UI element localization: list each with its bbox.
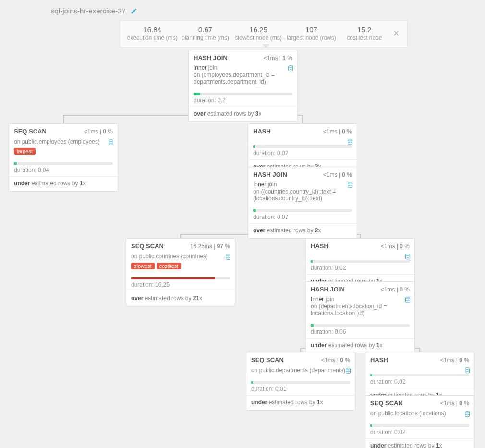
stats-bar: 16.84execution time (ms) 0.67planning ti… — [120, 20, 408, 48]
database-icon[interactable] — [347, 139, 353, 145]
edit-icon[interactable] — [131, 8, 137, 14]
duration-bar — [253, 145, 352, 148]
svg-point-0 — [289, 66, 293, 68]
database-icon[interactable] — [405, 297, 411, 303]
pointer-icon — [262, 44, 270, 48]
node-hash-join-countries[interactable]: HASH JOIN<1ms | 0 % Inner join on ((coun… — [248, 167, 357, 239]
svg-point-8 — [465, 368, 470, 370]
node-seq-scan-locations[interactable]: SEQ SCAN<1ms | 0 % on public.locations (… — [365, 395, 474, 448]
database-icon[interactable] — [345, 368, 351, 375]
node-hash-join-root[interactable]: HASH JOIN<1ms | 1 % Inner join on (emplo… — [188, 50, 298, 122]
close-icon[interactable]: ✕ — [391, 28, 401, 38]
page-title: sql-joins-hr-exercise-27 — [51, 7, 126, 15]
node-seq-scan-countries[interactable]: SEQ SCAN16.25ms | 97 % on public.countri… — [126, 238, 235, 306]
duration-bar — [311, 324, 410, 327]
database-icon[interactable] — [464, 411, 470, 418]
svg-point-6 — [406, 297, 410, 299]
duration-bar — [194, 93, 292, 95]
svg-point-3 — [348, 182, 352, 184]
svg-point-2 — [348, 139, 352, 141]
stat-cost: 15.2costliest node — [338, 25, 391, 41]
stat-plan: 0.67planning time (ms) — [179, 25, 231, 41]
duration-bar — [14, 162, 113, 165]
badge-costliest: costliest — [157, 263, 182, 269]
duration-bar — [370, 424, 469, 427]
duration-bar — [131, 277, 230, 279]
badge-largest: largest — [14, 148, 36, 155]
badge-slowest: slowest — [131, 263, 155, 269]
stat-exec: 16.84execution time (ms) — [126, 25, 179, 41]
svg-point-9 — [465, 412, 470, 413]
duration-bar — [370, 374, 469, 376]
node-seq-scan-departments[interactable]: SEQ SCAN<1ms | 0 % on public.departments… — [246, 352, 355, 411]
svg-point-7 — [346, 368, 351, 370]
node-seq-scan-employees[interactable]: SEQ SCAN<1ms | 0 % on public.employees (… — [9, 123, 118, 192]
duration-bar — [311, 260, 410, 263]
database-icon[interactable] — [288, 65, 293, 72]
svg-point-1 — [109, 140, 113, 142]
database-icon[interactable] — [225, 254, 231, 261]
stat-large: 107largest node (rows) — [285, 25, 338, 41]
svg-point-5 — [406, 254, 410, 256]
database-icon[interactable] — [464, 367, 470, 374]
duration-bar — [251, 381, 350, 384]
duration-bar — [253, 209, 352, 212]
database-icon[interactable] — [347, 182, 353, 189]
node-hash-join-departments[interactable]: HASH JOIN<1ms | 0 % Inner join on (depar… — [305, 281, 415, 353]
stat-slow: 16.25slowest node (ms) — [232, 25, 285, 41]
database-icon[interactable] — [108, 139, 114, 146]
database-icon[interactable] — [405, 254, 411, 260]
svg-point-4 — [226, 254, 230, 256]
